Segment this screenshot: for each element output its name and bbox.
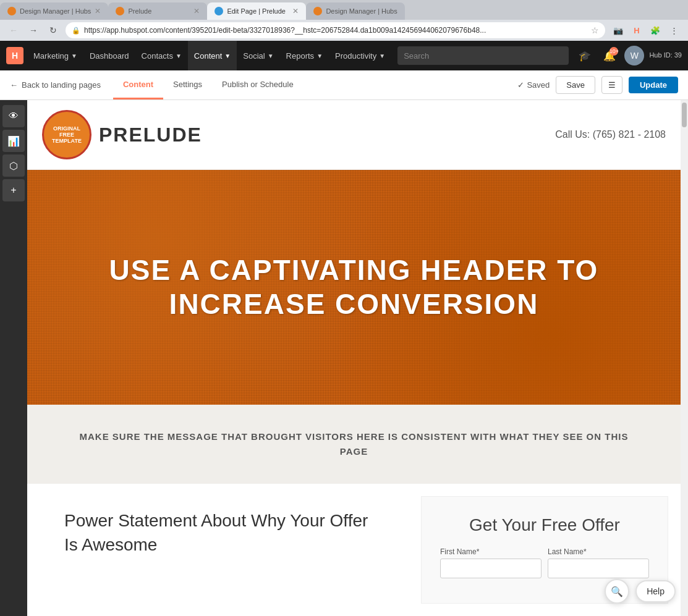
chart-icon: 📊 xyxy=(7,135,20,147)
nav-reports[interactable]: Reports ▼ xyxy=(280,41,329,70)
tab-1[interactable]: Design Manager | Hubs ✕ xyxy=(0,2,108,20)
tab-4[interactable]: Design Manager | Hubs xyxy=(306,2,405,20)
first-name-field: First Name* xyxy=(440,547,541,578)
tab-3[interactable]: Edit Page | Prelude ✕ xyxy=(207,2,306,20)
nav-reports-arrow: ▼ xyxy=(316,53,323,59)
save-button[interactable]: Save xyxy=(556,76,595,94)
secure-icon: 🔒 xyxy=(72,27,80,35)
first-name-input[interactable] xyxy=(440,559,541,578)
left-content: Power Statement About Why Your Offer Is … xyxy=(27,484,409,616)
right-scrollbar[interactable] xyxy=(681,100,688,616)
logo-text-top: ORIGINALFREE TEMPLATE xyxy=(44,125,90,144)
site-brand: PRELUDE xyxy=(99,124,202,146)
box-icon: ⬡ xyxy=(9,160,18,172)
hub-id-label: Hub ID: 39 xyxy=(649,51,682,59)
add-btn[interactable]: + xyxy=(2,179,25,201)
nav-contacts-label: Contacts xyxy=(142,51,173,61)
last-name-label: Last Name* xyxy=(548,547,649,556)
avatar[interactable]: W xyxy=(624,46,644,65)
tab-title-2: Prelude xyxy=(128,7,190,15)
tab-close-1[interactable]: ✕ xyxy=(95,7,101,15)
tab-title-1: Design Manager | Hubs xyxy=(20,7,91,15)
toolbar-tabs: Content Settings Publish or Schedule xyxy=(113,71,517,99)
tab-close-3[interactable]: ✕ xyxy=(292,7,299,15)
nav-reports-label: Reports xyxy=(286,51,315,61)
site-header: ORIGINALFREE TEMPLATE PRELUDE Call Us: (… xyxy=(27,100,681,170)
tab-2[interactable]: Prelude ✕ xyxy=(108,2,207,20)
sub-hero-section[interactable]: MAKE SURE THE MESSAGE THAT BROUGHT VISIT… xyxy=(27,405,681,484)
url-bar[interactable]: 🔒 https://app.hubspot.com/content/395201… xyxy=(66,22,605,38)
nav-productivity-arrow: ▼ xyxy=(379,53,385,59)
nav-social[interactable]: Social ▼ xyxy=(237,41,279,70)
nav-content-label: Content xyxy=(194,51,223,61)
nav-contacts[interactable]: Contacts ▼ xyxy=(135,41,188,70)
menu-button[interactable]: ☰ xyxy=(601,76,622,94)
saved-indicator: ✓ Saved xyxy=(517,80,550,90)
browser-actions: 📷 H 🧩 ⋮ xyxy=(610,22,682,38)
tab-publish[interactable]: Publish or Schedule xyxy=(212,71,304,99)
search-circle-btn[interactable]: 🔍 xyxy=(605,579,629,604)
nav-social-label: Social xyxy=(243,51,265,61)
tab-close-2[interactable]: ✕ xyxy=(193,7,200,15)
nav-search-container xyxy=(397,46,569,65)
form-title: Get Your Free Offer xyxy=(440,515,649,535)
check-icon: ✓ xyxy=(517,80,524,90)
nav-social-arrow: ▼ xyxy=(268,53,274,59)
eye-icon: 👁 xyxy=(9,111,19,122)
back-button[interactable]: ← xyxy=(6,23,21,38)
forward-button[interactable]: → xyxy=(26,23,41,38)
nav-productivity[interactable]: Productivity ▼ xyxy=(329,41,391,70)
back-label: Back to landing pages xyxy=(22,80,101,90)
tab-settings-label: Settings xyxy=(173,80,202,89)
tab-favicon-2 xyxy=(116,7,124,15)
academy-btn[interactable]: 🎓 xyxy=(575,46,595,65)
scroll-thumb[interactable] xyxy=(682,103,687,127)
menu-btn[interactable]: ⋮ xyxy=(666,22,682,38)
hubspot-nav: H Marketing ▼ Dashboard Contacts ▼ Conte… xyxy=(0,41,688,70)
nav-marketing[interactable]: Marketing ▼ xyxy=(27,41,83,70)
form-name-row: First Name* Last Name* xyxy=(440,547,649,578)
hero-content: USE A CAPTIVATING HEADER TO INCREASE CON… xyxy=(85,229,624,346)
back-to-pages-btn[interactable]: ← Back to landing pages xyxy=(10,80,101,90)
nav-dashboard-label: Dashboard xyxy=(90,51,129,61)
site-phone: Call Us: (765) 821 - 2108 xyxy=(555,129,666,140)
left-sidebar: 👁 📊 ⬡ + xyxy=(0,100,27,616)
preview-btn[interactable]: 👁 xyxy=(2,105,25,127)
tab-bar: Design Manager | Hubs ✕ Prelude ✕ Edit P… xyxy=(0,0,688,20)
hero-section[interactable]: USE A CAPTIVATING HEADER TO INCREASE CON… xyxy=(27,170,681,405)
site-logo-area: ORIGINALFREE TEMPLATE PRELUDE xyxy=(42,110,202,159)
last-name-input[interactable] xyxy=(548,559,649,578)
tab-title-4: Design Manager | Hubs xyxy=(326,7,397,15)
extensions-btn[interactable]: 🧩 xyxy=(647,22,663,38)
hubspot-ext-btn[interactable]: H xyxy=(629,22,645,38)
search-input[interactable] xyxy=(397,46,569,65)
tab-title-3: Edit Page | Prelude xyxy=(227,7,289,15)
tab-favicon-4 xyxy=(313,7,322,15)
help-button[interactable]: Help xyxy=(635,580,676,602)
stats-btn[interactable]: 📊 xyxy=(2,130,25,152)
tab-settings[interactable]: Settings xyxy=(163,71,212,99)
editor-body: 👁 📊 ⬡ + ORIGINALFREE TEMPLATE PRELUDE Ca… xyxy=(0,100,688,616)
tab-content[interactable]: Content xyxy=(113,71,163,99)
user-info: Hub ID: 39 xyxy=(649,51,682,59)
update-button[interactable]: Update xyxy=(629,77,678,93)
nav-productivity-label: Productivity xyxy=(335,51,376,61)
hubspot-logo[interactable]: H xyxy=(6,47,23,64)
nav-content[interactable]: Content ▼ xyxy=(188,41,237,70)
edit-toolbar: ← Back to landing pages Content Settings… xyxy=(0,70,688,100)
notifications-btn[interactable]: 🔔 10+ xyxy=(600,46,619,65)
modules-btn[interactable]: ⬡ xyxy=(2,154,25,177)
nav-content-arrow: ▼ xyxy=(224,53,231,59)
page-content-area[interactable]: ORIGINALFREE TEMPLATE PRELUDE Call Us: (… xyxy=(27,100,681,616)
bookmark-icon[interactable]: ☆ xyxy=(591,25,599,35)
reload-button[interactable]: ↻ xyxy=(46,23,61,38)
tab-favicon-3 xyxy=(214,7,223,15)
screenshot-btn[interactable]: 📷 xyxy=(610,22,626,38)
hs-logo-text: H xyxy=(12,51,18,61)
tab-content-label: Content xyxy=(123,80,153,89)
address-bar: ← → ↻ 🔒 https://app.hubspot.com/content/… xyxy=(0,20,688,41)
nav-dashboard[interactable]: Dashboard xyxy=(83,41,135,70)
hero-title: USE A CAPTIVATING HEADER TO INCREASE CON… xyxy=(109,253,599,321)
url-text: https://app.hubspot.com/content/395201/e… xyxy=(84,26,587,35)
hero-title-line2: INCREASE CONVERSION xyxy=(109,287,599,321)
